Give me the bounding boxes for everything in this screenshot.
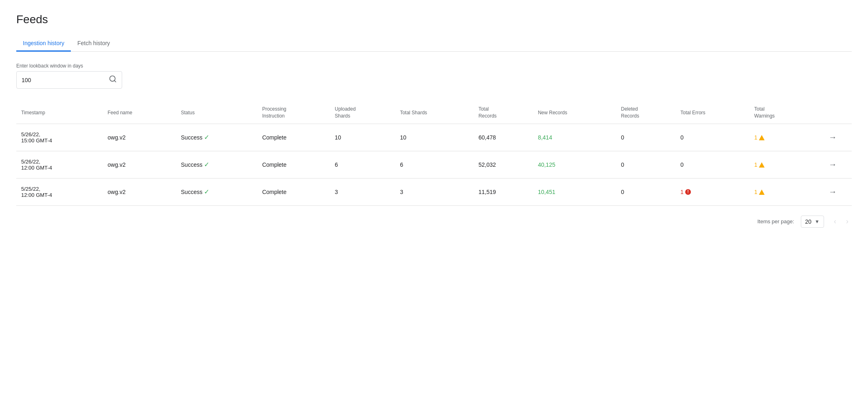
row-arrow-icon[interactable]: → xyxy=(829,187,837,196)
pagination-nav: ‹ › xyxy=(831,216,852,227)
col-deleted-records: DeletedRecords xyxy=(616,102,675,124)
cell-feed-name: owg.v2 xyxy=(103,124,176,151)
col-action xyxy=(813,102,852,124)
warning-count: 1 xyxy=(754,134,758,141)
table-row: 5/26/22, 15:00 GMT-4owg.v2Success ✓Compl… xyxy=(16,124,852,151)
col-feed-name: Feed name xyxy=(103,102,176,124)
search-box xyxy=(16,71,122,89)
search-section: Enter lookback window in days xyxy=(16,63,852,89)
col-total-warnings: TotalWarnings xyxy=(750,102,814,124)
cell-action[interactable]: → xyxy=(813,151,852,178)
cell-new-records: 8,414 xyxy=(533,124,616,151)
checkmark-icon: ✓ xyxy=(204,161,209,168)
cell-status: Success ✓ xyxy=(176,124,257,151)
search-label: Enter lookback window in days xyxy=(16,63,852,69)
cell-deleted-records: 0 xyxy=(616,178,675,205)
search-icon[interactable] xyxy=(109,75,117,85)
cell-total-errors: 1 ! xyxy=(675,178,749,205)
status-text: Success xyxy=(181,189,202,195)
items-per-page-label: Items per page: xyxy=(757,218,794,224)
col-status: Status xyxy=(176,102,257,124)
cell-status: Success ✓ xyxy=(176,178,257,205)
cell-total-shards: 3 xyxy=(395,178,473,205)
cell-new-records: 10,451 xyxy=(533,178,616,205)
status-text: Success xyxy=(181,134,202,141)
dropdown-arrow-icon: ▼ xyxy=(815,219,820,224)
cell-total-warnings: 1 xyxy=(750,124,814,151)
search-input[interactable] xyxy=(22,77,109,83)
cell-total-records: 11,519 xyxy=(473,178,533,205)
row-arrow-icon[interactable]: → xyxy=(829,133,837,142)
status-text: Success xyxy=(181,161,202,168)
cell-total-shards: 10 xyxy=(395,124,473,151)
cell-deleted-records: 0 xyxy=(616,124,675,151)
cell-processing-instruction: Complete xyxy=(257,124,330,151)
cell-feed-name: owg.v2 xyxy=(103,151,176,178)
col-new-records: New Records xyxy=(533,102,616,124)
col-uploaded-shards: UploadedShards xyxy=(330,102,395,124)
cell-total-errors: 0 xyxy=(675,151,749,178)
items-per-page-value: 20 xyxy=(805,218,812,225)
cell-action[interactable]: → xyxy=(813,178,852,205)
col-total-records: TotalRecords xyxy=(473,102,533,124)
checkmark-icon: ✓ xyxy=(204,133,209,141)
cell-status: Success ✓ xyxy=(176,151,257,178)
row-arrow-icon[interactable]: → xyxy=(829,160,837,169)
table-row: 5/25/22, 12:00 GMT-4owg.v2Success ✓Compl… xyxy=(16,178,852,205)
next-page-button[interactable]: › xyxy=(843,216,852,227)
warning-triangle-icon xyxy=(759,135,765,140)
cell-timestamp: 5/26/22, 12:00 GMT-4 xyxy=(16,151,103,178)
table-row: 5/26/22, 12:00 GMT-4owg.v2Success ✓Compl… xyxy=(16,151,852,178)
cell-uploaded-shards: 6 xyxy=(330,151,395,178)
cell-processing-instruction: Complete xyxy=(257,178,330,205)
cell-total-records: 60,478 xyxy=(473,124,533,151)
cell-feed-name: owg.v2 xyxy=(103,178,176,205)
cell-total-warnings: 1 xyxy=(750,151,814,178)
tab-fetch-history[interactable]: Fetch history xyxy=(71,36,116,52)
cell-deleted-records: 0 xyxy=(616,151,675,178)
tab-ingestion-history[interactable]: Ingestion history xyxy=(16,36,71,52)
cell-total-shards: 6 xyxy=(395,151,473,178)
cell-total-errors: 0 xyxy=(675,124,749,151)
warning-count: 1 xyxy=(754,161,758,168)
cell-processing-instruction: Complete xyxy=(257,151,330,178)
cell-timestamp: 5/26/22, 15:00 GMT-4 xyxy=(16,124,103,151)
ingestion-table: Timestamp Feed name Status ProcessingIns… xyxy=(16,102,852,206)
items-per-page-select[interactable]: 20 ▼ xyxy=(801,216,824,228)
prev-page-button[interactable]: ‹ xyxy=(831,216,840,227)
col-timestamp: Timestamp xyxy=(16,102,103,124)
checkmark-icon: ✓ xyxy=(204,188,209,196)
error-icon: ! xyxy=(685,189,691,195)
svg-line-1 xyxy=(114,81,116,82)
tabs-container: Ingestion history Fetch history xyxy=(16,36,852,52)
cell-timestamp: 5/25/22, 12:00 GMT-4 xyxy=(16,178,103,205)
warning-triangle-icon xyxy=(759,190,765,195)
cell-uploaded-shards: 10 xyxy=(330,124,395,151)
cell-action[interactable]: → xyxy=(813,124,852,151)
table-header-row: Timestamp Feed name Status ProcessingIns… xyxy=(16,102,852,124)
col-total-errors: Total Errors xyxy=(675,102,749,124)
col-processing-instruction: ProcessingInstruction xyxy=(257,102,330,124)
cell-total-warnings: 1 xyxy=(750,178,814,205)
error-count: 1 xyxy=(680,189,684,195)
cell-new-records: 40,125 xyxy=(533,151,616,178)
cell-uploaded-shards: 3 xyxy=(330,178,395,205)
cell-total-records: 52,032 xyxy=(473,151,533,178)
page-title: Feeds xyxy=(16,13,852,26)
col-total-shards: Total Shards xyxy=(395,102,473,124)
warning-triangle-icon xyxy=(759,162,765,168)
pagination: Items per page: 20 ▼ ‹ › xyxy=(16,216,852,228)
warning-count: 1 xyxy=(754,189,758,195)
